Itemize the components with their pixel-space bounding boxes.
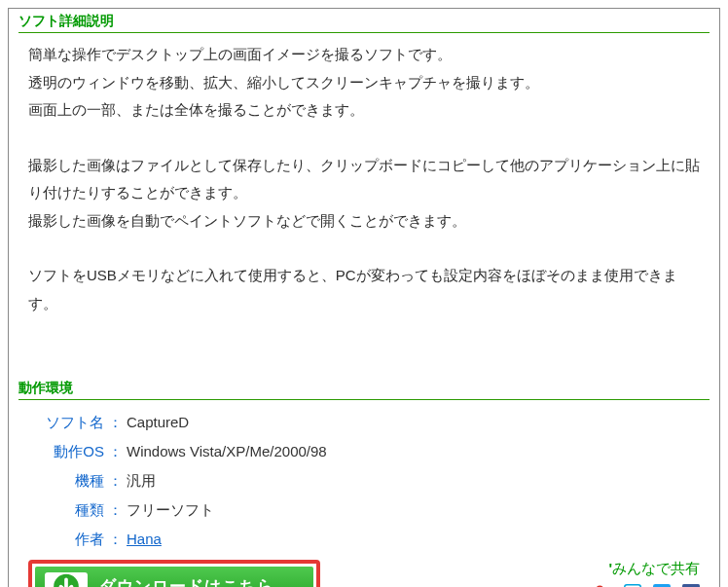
description-line: 撮影した画像はファイルとして保存したり、クリップボードにコピーして他のアプリケー…	[28, 152, 700, 207]
description-line: 透明のウィンドウを移動、拡大、縮小してスクリーンキャプチャを撮ります。	[28, 69, 700, 97]
download-icon	[45, 572, 88, 587]
description-line: 画面上の一部、または全体を撮ることができます。	[28, 96, 700, 125]
env-value: フリーソフト	[127, 495, 214, 525]
env-value: Hana	[127, 525, 162, 554]
env-label: ソフト名	[28, 408, 108, 437]
env-label: 種類	[28, 495, 108, 525]
divider	[18, 32, 710, 33]
download-highlight-box: ダウンロードはこちら Download from here	[28, 560, 320, 587]
description-line: 撮影した画像を自動でペイントソフトなどで開くことができます。	[28, 207, 700, 236]
env-separator: ：	[108, 466, 127, 495]
env-value: 汎用	[127, 466, 156, 495]
env-label: 機種	[28, 466, 108, 495]
env-value: Windows Vista/XP/Me/2000/98	[127, 437, 327, 466]
env-row-type: 種類 ： フリーソフト	[28, 495, 700, 525]
env-heading: 動作環境	[9, 376, 719, 399]
description-line: ソフトをUSBメモリなどに入れて使用すると、PCが変わっても設定内容をほぼそのま…	[28, 262, 700, 317]
description-heading: ソフト詳細説明	[9, 9, 719, 32]
env-separator: ：	[108, 408, 127, 437]
description-body: 簡単な操作でデスクトップ上の画面イメージを撮るソフトです。 透明のウィンドウを移…	[9, 41, 719, 317]
divider	[18, 399, 710, 400]
env-separator: ：	[108, 525, 127, 554]
env-row-machine: 機種 ： 汎用	[28, 466, 700, 495]
env-value: CaptureD	[127, 408, 189, 437]
download-button[interactable]: ダウンロードはこちら Download from here	[35, 567, 313, 587]
env-separator: ：	[108, 495, 127, 525]
env-row-os: 動作OS ： Windows Vista/XP/Me/2000/98	[28, 437, 700, 466]
author-link[interactable]: Hana	[127, 531, 162, 547]
bottom-row: ダウンロードはこちら Download from here 'みんなで共有 G	[9, 554, 719, 587]
share-column: 'みんなで共有 G B!	[565, 560, 700, 587]
env-separator: ：	[108, 437, 127, 466]
content-frame: ソフト詳細説明 簡単な操作でデスクトップ上の画面イメージを撮るソフトです。 透明…	[8, 8, 720, 587]
download-label-main: ダウンロードはこちら	[99, 577, 274, 587]
env-label: 動作OS	[28, 437, 108, 466]
env-row-author: 作者 ： Hana	[28, 525, 700, 554]
share-title: 'みんなで共有	[565, 560, 700, 578]
env-row-name: ソフト名 ： CaptureD	[28, 408, 700, 437]
env-table: ソフト名 ： CaptureD 動作OS ： Windows Vista/XP/…	[9, 408, 719, 554]
env-label: 作者	[28, 525, 108, 554]
description-line: 簡単な操作でデスクトップ上の画面イメージを撮るソフトです。	[28, 41, 700, 69]
